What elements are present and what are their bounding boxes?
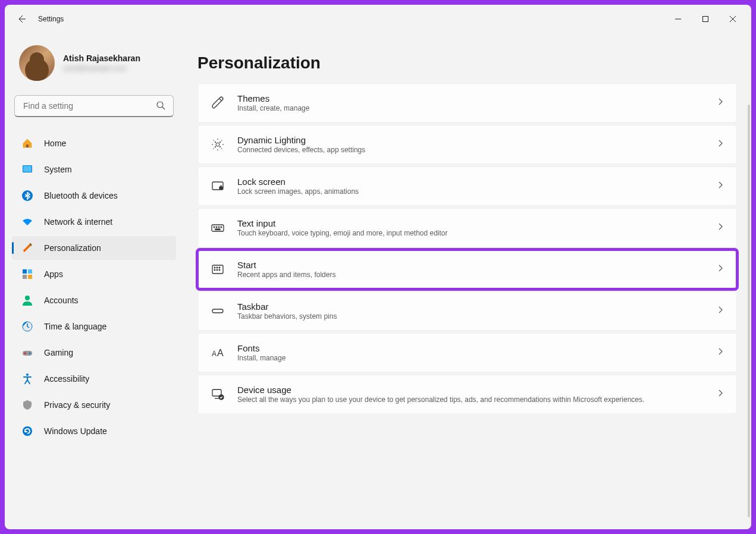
svg-point-34 (214, 269, 215, 271)
sidebar-item-privacy[interactable]: Privacy & security (12, 393, 176, 417)
card-title: Lock screen (237, 177, 704, 187)
card-title: Themes (237, 93, 704, 103)
svg-point-10 (25, 296, 30, 300)
sidebar-item-time[interactable]: Time & language (12, 315, 176, 338)
svg-rect-9 (28, 275, 32, 279)
minimize-button[interactable] (664, 10, 692, 29)
window-title: Settings (38, 15, 64, 23)
sidebar-item-home[interactable]: Home (12, 131, 176, 155)
svg-point-33 (219, 267, 220, 268)
svg-rect-23 (219, 187, 222, 189)
shield-icon (21, 399, 33, 411)
sidebar-item-update[interactable]: Windows Update (12, 419, 176, 443)
sidebar-item-label: Personalization (44, 243, 101, 253)
svg-point-26 (216, 227, 217, 228)
home-icon (21, 137, 33, 149)
back-button[interactable] (10, 7, 33, 31)
chevron-right-icon (716, 98, 724, 108)
main-content: Personalization Themes Install, create, … (183, 33, 751, 529)
sidebar-item-accessibility[interactable]: Accessibility (12, 367, 176, 391)
svg-rect-0 (703, 17, 708, 22)
scrollbar[interactable] (748, 105, 750, 517)
person-icon (21, 294, 33, 306)
card-taskbar[interactable]: Taskbar Taskbar behaviors, system pins (197, 291, 737, 331)
svg-point-20 (215, 146, 215, 147)
svg-point-17 (216, 143, 219, 146)
user-name: Atish Rajasekharan (63, 54, 140, 63)
body: Atish Rajasekharan user@example.com Home… (5, 33, 751, 529)
settings-window: Settings Atish Rajasekharan user@example… (5, 5, 751, 529)
card-title: Fonts (237, 343, 704, 353)
chevron-right-icon (716, 347, 724, 358)
window-controls (664, 10, 746, 29)
sidebar-item-system[interactable]: System (12, 158, 176, 181)
card-dynamic-lighting[interactable]: Dynamic Lighting Connected devices, effe… (197, 125, 737, 164)
card-device-usage[interactable]: Device usage Select all the ways you pla… (197, 375, 737, 414)
user-email: user@example.com (63, 64, 140, 73)
paintbrush-icon (21, 242, 33, 254)
close-button[interactable] (719, 10, 746, 29)
nav: Home System Bluetooth & devices Network … (12, 131, 176, 443)
sidebar-item-label: Apps (44, 269, 63, 279)
card-text-input[interactable]: Text input Touch keyboard, voice typing,… (197, 208, 737, 247)
device-usage-icon (210, 387, 225, 402)
chevron-right-icon (716, 264, 724, 275)
sidebar-item-label: Bluetooth & devices (44, 191, 118, 200)
sidebar-item-gaming[interactable]: Gaming (12, 341, 176, 365)
sidebar-item-personalization[interactable]: Personalization (12, 236, 176, 260)
sidebar-item-label: Privacy & security (44, 400, 110, 410)
card-title: Start (237, 260, 704, 270)
maximize-icon (702, 16, 708, 22)
user-block[interactable]: Atish Rajasekharan user@example.com (12, 33, 176, 95)
sidebar-item-network[interactable]: Network & internet (12, 210, 176, 234)
search-input[interactable] (14, 95, 174, 117)
sidebar-item-label: Time & language (44, 322, 106, 331)
svg-text:A: A (212, 350, 217, 358)
svg-point-35 (217, 269, 218, 271)
minimize-icon (675, 16, 681, 22)
svg-rect-12 (23, 351, 32, 356)
svg-rect-7 (28, 269, 32, 274)
sidebar-item-label: Accounts (44, 296, 79, 305)
sidebar-item-bluetooth[interactable]: Bluetooth & devices (12, 184, 176, 208)
keyboard-icon (210, 220, 225, 235)
card-themes[interactable]: Themes Install, create, manage (197, 83, 737, 122)
chevron-right-icon (716, 222, 724, 233)
card-title: Taskbar (237, 301, 704, 312)
card-start[interactable]: Start Recent apps and items, folders (197, 250, 737, 289)
card-subtitle: Install, manage (237, 354, 704, 362)
wifi-icon (21, 216, 33, 228)
svg-point-15 (26, 373, 29, 376)
titlebar: Settings (5, 5, 751, 33)
apps-icon (21, 268, 33, 280)
sidebar-item-accounts[interactable]: Accounts (12, 288, 176, 312)
sidebar-item-label: Accessibility (44, 374, 89, 384)
svg-rect-37 (212, 309, 223, 313)
card-lock-screen[interactable]: Lock screen Lock screen images, apps, an… (197, 167, 737, 206)
svg-point-21 (219, 146, 220, 147)
lighting-icon (210, 137, 225, 152)
svg-rect-24 (212, 225, 224, 231)
sidebar-item-label: Gaming (44, 348, 73, 357)
sidebar-item-label: Windows Update (44, 426, 107, 436)
card-title: Device usage (237, 385, 704, 395)
sidebar-item-label: System (44, 165, 72, 174)
avatar (19, 45, 55, 81)
settings-cards: Themes Install, create, manage Dynamic L… (197, 83, 737, 414)
svg-rect-29 (215, 229, 220, 230)
maximize-button[interactable] (692, 10, 719, 29)
svg-point-36 (219, 269, 220, 271)
svg-text:A: A (217, 348, 224, 358)
sidebar-item-apps[interactable]: Apps (12, 262, 176, 286)
card-subtitle: Install, create, manage (237, 104, 704, 112)
card-fonts[interactable]: AA Fonts Install, manage (197, 333, 737, 372)
sidebar-item-label: Home (44, 139, 66, 148)
sidebar: Atish Rajasekharan user@example.com Home… (5, 33, 183, 529)
chevron-right-icon (716, 181, 724, 191)
update-icon (21, 425, 33, 437)
svg-point-31 (214, 267, 215, 268)
svg-point-14 (29, 353, 31, 354)
chevron-right-icon (716, 306, 724, 316)
card-subtitle: Connected devices, effects, app settings (237, 146, 704, 154)
card-subtitle: Lock screen images, apps, animations (237, 187, 704, 196)
